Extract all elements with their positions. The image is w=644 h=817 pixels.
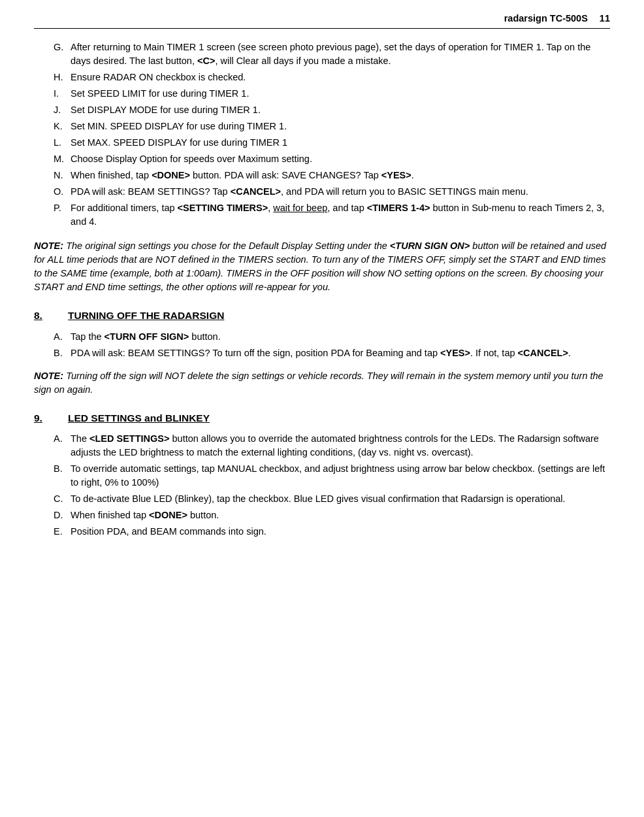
section9-list: A. The <LED SETTINGS> button allows you … [54, 432, 610, 539]
s8-content-a: Tap the <TURN OFF SIGN> button. [71, 330, 610, 344]
label-n: N. [54, 169, 71, 182]
s9-content-b: To override automatic settings, tap MANU… [71, 462, 610, 490]
section9-item-b: B. To override automatic settings, tap M… [54, 462, 610, 490]
label-o: O. [54, 185, 71, 199]
section8-title: TURNING OFF THE RADARSIGN [68, 308, 224, 323]
note-label-gp: NOTE: [34, 241, 63, 251]
s8-label-a: A. [54, 330, 71, 344]
list-item-g: G. After returning to Main TIMER 1 scree… [54, 41, 610, 68]
list-item-j: J. Set DISPLAY MODE for use during TIMER… [54, 103, 610, 117]
s9-label-c: C. [54, 492, 71, 506]
content-m: Choose Display Option for speeds over Ma… [71, 152, 610, 166]
content-o: PDA will ask: BEAM SETTINGS? Tap <CANCEL… [71, 185, 610, 199]
section9-item-a: A. The <LED SETTINGS> button allows you … [54, 432, 610, 459]
section9-title: LED SETTINGS and BLINKEY [68, 411, 210, 425]
content-h: Ensure RADAR ON checkbox is checked. [71, 71, 610, 84]
content-l: Set MAX. SPEED DISPLAY for use during TI… [71, 136, 610, 150]
s9-label-d: D. [54, 509, 71, 522]
section9-item-e: E. Position PDA, and BEAM commands into … [54, 525, 610, 539]
page-header: radarsign TC-500S 11 [34, 12, 610, 29]
s9-label-a: A. [54, 432, 71, 459]
s9-content-a: The <LED SETTINGS> button allows you to … [71, 432, 610, 459]
section8-item-b: B. PDA will ask: BEAM SETTINGS? To turn … [54, 346, 610, 360]
note-block-s8: NOTE: Turning off the sign will NOT dele… [34, 369, 610, 397]
label-g: G. [54, 41, 71, 68]
section8-num: 8. [34, 308, 68, 323]
list-item-n: N. When finished, tap <DONE> button. PDA… [54, 169, 610, 182]
list-item-h: H. Ensure RADAR ON checkbox is checked. [54, 71, 610, 84]
content-k: Set MIN. SPEED DISPLAY for use during TI… [71, 120, 610, 133]
page: radarsign TC-500S 11 G. After returning … [0, 0, 644, 817]
list-item-p: P. For additional timers, tap <SETTING T… [54, 201, 610, 229]
section9-item-d: D. When finished tap <DONE> button. [54, 509, 610, 522]
list-item-o: O. PDA will ask: BEAM SETTINGS? Tap <CAN… [54, 185, 610, 199]
s9-content-e: Position PDA, and BEAM commands into sig… [71, 525, 610, 539]
note-text-gp: The original sign settings you chose for… [34, 241, 606, 292]
list-item-k: K. Set MIN. SPEED DISPLAY for use during… [54, 120, 610, 133]
label-j: J. [54, 103, 71, 117]
list-item-l: L. Set MAX. SPEED DISPLAY for use during… [54, 136, 610, 150]
list-item-i: I. Set SPEED LIMIT for use during TIMER … [54, 87, 610, 101]
content-j: Set DISPLAY MODE for use during TIMER 1. [71, 103, 610, 117]
section9-heading: 9. LED SETTINGS and BLINKEY [34, 411, 610, 425]
section9-item-c: C. To de-activate Blue LED (Blinkey), ta… [54, 492, 610, 506]
label-p: P. [54, 201, 71, 229]
section8-heading: 8. TURNING OFF THE RADARSIGN [34, 308, 610, 323]
s9-label-e: E. [54, 525, 71, 539]
list-item-m: M. Choose Display Option for speeds over… [54, 152, 610, 166]
header-title: radarsign TC-500S [504, 12, 588, 25]
label-k: K. [54, 120, 71, 133]
s9-content-c: To de-activate Blue LED (Blinkey), tap t… [71, 492, 610, 506]
section8-item-a: A. Tap the <TURN OFF SIGN> button. [54, 330, 610, 344]
label-h: H. [54, 71, 71, 84]
s8-content-b: PDA will ask: BEAM SETTINGS? To turn off… [71, 346, 610, 360]
header-page: 11 [600, 12, 610, 25]
content-p: For additional timers, tap <SETTING TIME… [71, 201, 610, 229]
s9-label-b: B. [54, 462, 71, 490]
note-label-s8: NOTE: [34, 371, 63, 381]
content-n: When finished, tap <DONE> button. PDA wi… [71, 169, 610, 182]
section9-num: 9. [34, 411, 68, 425]
s9-content-d: When finished tap <DONE> button. [71, 509, 610, 522]
s8-label-b: B. [54, 346, 71, 360]
label-l: L. [54, 136, 71, 150]
section8-list: A. Tap the <TURN OFF SIGN> button. B. PD… [54, 330, 610, 360]
content-g: After returning to Main TIMER 1 screen (… [71, 41, 610, 68]
note-block-gp: NOTE: The original sign settings you cho… [34, 239, 610, 294]
content-i: Set SPEED LIMIT for use during TIMER 1. [71, 87, 610, 101]
label-i: I. [54, 87, 71, 101]
note-text-s8: Turning off the sign will NOT delete the… [34, 371, 604, 395]
label-m: M. [54, 152, 71, 166]
section-gp-list: G. After returning to Main TIMER 1 scree… [54, 41, 610, 229]
